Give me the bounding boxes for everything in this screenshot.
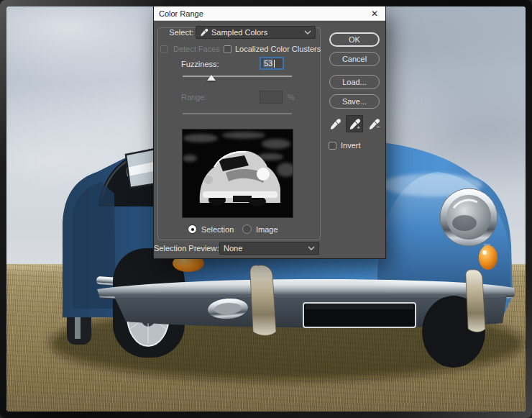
fuzziness-slider[interactable]	[183, 73, 292, 80]
range-slider	[183, 110, 292, 117]
detect-faces-label: Detect Faces	[173, 45, 220, 53]
fuzziness-slider-thumb[interactable]	[207, 75, 216, 81]
fuzziness-value: 53	[263, 59, 273, 68]
invert-checkbox[interactable]	[329, 142, 336, 150]
fuzziness-label: Fuzziness:	[181, 60, 219, 68]
selection-preview-value: None	[224, 244, 305, 253]
selection-preview-thumbnail	[182, 129, 293, 218]
ok-button[interactable]: OK	[329, 32, 380, 47]
select-value: Sampled Colors	[211, 28, 301, 37]
mask-preview-image	[183, 130, 293, 217]
save-button[interactable]: Save...	[329, 94, 380, 109]
svg-text:−: −	[376, 122, 380, 130]
color-range-dialog: Color Range ✕ Select: Sampled Colors Det…	[153, 6, 386, 259]
selection-preview-label: Selection Preview:	[154, 244, 216, 253]
eyedropper-toolbar: + −	[326, 115, 382, 132]
selection-radio-label: Selection	[201, 225, 234, 234]
svg-text:+: +	[357, 124, 360, 130]
dialog-titlebar[interactable]: Color Range ✕	[154, 6, 385, 21]
select-label: Select:	[154, 28, 193, 37]
chevron-down-icon	[304, 30, 311, 35]
select-dropdown[interactable]: Sampled Colors	[196, 26, 316, 39]
localized-clusters-label: Localized Color Clusters	[235, 45, 321, 53]
fuzziness-input[interactable]: 53	[260, 57, 284, 70]
text-caret	[274, 60, 275, 68]
eyedropper-icon	[200, 28, 208, 37]
load-button[interactable]: Load...	[329, 75, 380, 89]
range-slider-track	[183, 113, 292, 114]
image-radio[interactable]	[242, 224, 252, 234]
selection-preview-dropdown[interactable]: None	[219, 242, 319, 255]
cancel-button[interactable]: Cancel	[329, 52, 380, 66]
eyedropper-sample-icon[interactable]	[326, 115, 344, 132]
chevron-down-icon	[308, 246, 315, 250]
close-icon[interactable]: ✕	[369, 8, 380, 19]
invert-label: Invert	[341, 141, 361, 150]
selection-radio[interactable]	[188, 224, 197, 234]
range-unit: %	[288, 93, 295, 101]
image-radio-label: Image	[256, 225, 278, 234]
range-label: Range:	[181, 93, 206, 101]
dialog-body: Select: Sampled Colors Detect Faces Loca…	[154, 21, 385, 258]
eyedropper-subtract-icon[interactable]: −	[365, 115, 382, 132]
dialog-title: Color Range	[159, 9, 369, 18]
detect-faces-checkbox[interactable]	[160, 45, 168, 53]
fuzziness-slider-track[interactable]	[183, 76, 292, 77]
screenshot: Color Range ✕ Select: Sampled Colors Det…	[0, 0, 532, 418]
range-input	[260, 91, 283, 104]
localized-clusters-checkbox[interactable]	[224, 45, 231, 53]
eyedropper-add-icon[interactable]: +	[346, 115, 363, 132]
